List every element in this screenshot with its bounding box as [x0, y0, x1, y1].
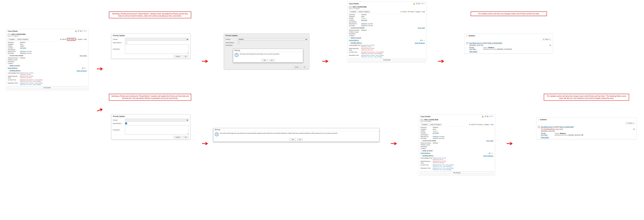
- edit-button[interactable]: ✎ Edit: [490, 124, 493, 125]
- ost-th: Total Hours: 11h 24m (...and counting): [361, 53, 382, 54]
- hide-details-link[interactable]: Hide details: [469, 51, 477, 53]
- filters-button[interactable]: ▼ Filters ▾: [542, 38, 551, 41]
- ok-button[interactable]: OK: [183, 136, 189, 138]
- rest-bh: Business Hours: <1m (...and counting): [433, 167, 454, 169]
- obs-label: Observed Issues:: [8, 57, 20, 59]
- notify-actions[interactable]: ✿ ✕ ＋: [82, 67, 87, 69]
- reset-checkbox[interactable]: [125, 122, 127, 124]
- metrics-title[interactable]: Handling Metrics: [351, 42, 362, 44]
- reset-checkbox[interactable]: [125, 42, 127, 44]
- hide-details-link[interactable]: Hide details: [541, 137, 549, 138]
- contact-link[interactable]: Ksenia Belikova: [349, 40, 359, 42]
- undo-button[interactable]: Undo In Progress: [358, 11, 370, 13]
- case-status: In Progress: [12, 35, 26, 37]
- complete-button[interactable]: Complete: [8, 38, 16, 41]
- update-button[interactable]: ↻ Update: [414, 11, 420, 13]
- desc-textarea[interactable]: [125, 45, 189, 54]
- chevron-down-icon[interactable]: ⌄: [538, 118, 539, 120]
- case-icon: ☰: [420, 119, 423, 122]
- show-initial-link[interactable]: Show Initial: [486, 140, 493, 141]
- recalc-button[interactable]: Recalculate: [349, 59, 425, 61]
- summary-value: Software: [361, 14, 425, 16]
- author-link[interactable]: Ana Maria Cerney: [469, 42, 482, 44]
- update-button[interactable]: ↻ Update: [76, 39, 82, 40]
- no-button[interactable]: No: [297, 138, 303, 141]
- edit-icon[interactable]: ✎: [633, 128, 635, 130]
- cid-title[interactable]: Current Issue Details: [10, 55, 23, 56]
- cancel-button[interactable]: Cancel: [174, 55, 182, 58]
- ok-button[interactable]: OK: [183, 55, 189, 58]
- show-initial-link[interactable]: Show Initial: [80, 55, 87, 56]
- notify-title[interactable]: Notify via Email: [422, 150, 432, 151]
- edit-icon[interactable]: ✎: [550, 44, 551, 47]
- category-value: Issue: [433, 129, 493, 130]
- complete-button[interactable]: Complete: [420, 123, 428, 126]
- contract-link[interactable]: CCTV-DC: [361, 19, 425, 21]
- notify-actions[interactable]: ✿ ✕ ＋: [489, 152, 493, 154]
- undo-button[interactable]: Undo In Progress: [16, 38, 29, 41]
- desc-textarea[interactable]: [125, 125, 189, 134]
- edit-button[interactable]: ✎ Edit: [421, 11, 425, 13]
- arrow-icon: ➔: [322, 58, 329, 64]
- case-link[interactable]: SDS-1-210330-0008: [488, 42, 502, 44]
- undo-button[interactable]: Undo In Progress: [429, 123, 442, 126]
- ost-th: Total Hours: 11h 24m (...and counting): [20, 81, 41, 82]
- upd-due-label: Due Date:: [469, 49, 483, 50]
- summary-value: Software: [20, 42, 87, 43]
- author-link[interactable]: Ana Maria Cerney: [541, 126, 553, 128]
- contract-link[interactable]: CCTV-DC: [433, 132, 493, 134]
- notify-title[interactable]: Notify via Email: [351, 37, 361, 39]
- yes-button[interactable]: Yes: [290, 138, 296, 141]
- obs-label: Observed Issues:: [420, 142, 433, 144]
- show-all-link[interactable]: Show All Metrics: [415, 42, 425, 44]
- arrow-icon: ➔: [96, 106, 104, 114]
- case-link[interactable]: SDS-1-210330-0008: [560, 126, 574, 128]
- chevron-down-icon[interactable]: ⌄: [466, 35, 468, 37]
- priority-select[interactable]: [125, 38, 189, 41]
- cid-title[interactable]: Current Issue Details: [422, 140, 436, 141]
- priority-button[interactable]: ⚑ Priority: [67, 38, 76, 41]
- notify-title[interactable]: Notify via Email: [10, 65, 20, 67]
- update-button[interactable]: ↻ Update: [483, 124, 489, 125]
- show-all-link[interactable]: Show All Metrics: [483, 155, 493, 157]
- priority-button[interactable]: ⚑ Priority: [476, 124, 482, 125]
- filters-button[interactable]: ▼ Filters ▾: [625, 122, 635, 124]
- reported-value: 3/25/2021 2:24 PM: [433, 136, 493, 137]
- recalc-button[interactable]: Recalculate: [8, 86, 87, 89]
- yes-button[interactable]: Yes: [262, 59, 268, 61]
- ok-button[interactable]: OK: [302, 66, 308, 68]
- category-value: Issue: [20, 44, 87, 45]
- complete-button[interactable]: Complete: [349, 11, 357, 13]
- ost-label: On-Site Time:: [8, 79, 20, 82]
- priority-select[interactable]: Medium: [238, 38, 308, 41]
- priority-value: Medium: [433, 130, 493, 132]
- timestamp: 3/31/2021 10:41 PM: [466, 45, 551, 46]
- recalc-button[interactable]: Recalculate: [420, 171, 493, 174]
- show-all-link[interactable]: Show All Metrics: [76, 70, 87, 72]
- reset-checkbox[interactable]: [238, 42, 240, 44]
- notify-actions[interactable]: ✿ ✕ ＋: [420, 40, 425, 42]
- contact-link[interactable]: Ksenia Belikova: [420, 152, 430, 154]
- contact-link[interactable]: Ksenia Belikova: [8, 67, 18, 69]
- res-label: Resolution:: [420, 146, 433, 147]
- contract-link[interactable]: CCTV-DC: [20, 47, 87, 49]
- category-label: Category:: [420, 129, 433, 130]
- cancel-button[interactable]: Cancel: [292, 66, 301, 68]
- cid-title[interactable]: Current Issue Details: [351, 27, 364, 29]
- ack-label: Acknowledge Time:: [420, 157, 433, 160]
- metrics-title[interactable]: Handling Metrics: [422, 155, 434, 157]
- add-wt-button[interactable]: ⊕ Add WT: [400, 11, 407, 13]
- cancel-button[interactable]: Cancel: [174, 136, 182, 138]
- no-button[interactable]: No: [269, 59, 275, 61]
- add-wt-button[interactable]: ⊕ Add WT: [469, 124, 476, 125]
- reset-msg: The Handling Metrics were reset: [538, 128, 635, 130]
- metrics-title[interactable]: Handling Metrics: [10, 70, 21, 72]
- priority-button[interactable]: ⚑ Priority: [408, 11, 414, 13]
- show-initial-link[interactable]: Show Initial: [418, 27, 425, 29]
- add-wt-button[interactable]: ⊕ Add WT: [60, 39, 66, 40]
- priority-select[interactable]: [125, 119, 189, 121]
- edit-button[interactable]: ✎ Edit: [83, 39, 87, 40]
- upd-priority-label: Priority:: [469, 47, 483, 49]
- header-icons: 🔒 🔗 ⊞ ⤢ ↻ >: [75, 30, 87, 32]
- summary-label: Summary:: [420, 127, 433, 128]
